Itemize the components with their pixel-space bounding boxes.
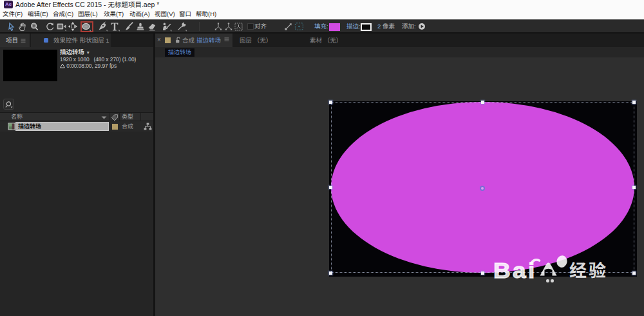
stroke-color-swatch[interactable]: [361, 23, 372, 31]
flowchart-icon: [144, 123, 152, 130]
stroke-width-value[interactable]: 2: [377, 21, 381, 32]
after-effects-window: Ae Adobe After Effects CC 2015 - 无标题项目.a…: [0, 0, 644, 316]
menu-view[interactable]: 视图(V): [155, 9, 175, 19]
menu-layer[interactable]: 图层(L): [78, 9, 98, 19]
watermark-dot-1: [546, 279, 549, 282]
eraser-tool-icon[interactable]: [145, 21, 159, 32]
project-panel-tabbar: 项目 效果控件 形状图层 1: [0, 34, 153, 47]
comp-meta-timing: 0:00:08:00, 29.97 fps: [60, 63, 136, 69]
composition-panel: × 合成 描边转场 图层 （无） 素材 （无） 描边转场: [155, 34, 644, 316]
search-icon: [5, 101, 14, 109]
snap-checkbox[interactable]: [247, 23, 254, 30]
ellipse-tool-icon[interactable]: [79, 21, 93, 32]
effect-controls-icon: [44, 38, 48, 43]
text-tool-icon[interactable]: [108, 21, 122, 32]
menu-effect[interactable]: 效果(T): [104, 9, 124, 19]
view-axis-mode-icon[interactable]: [231, 21, 245, 32]
tab-effect-controls-label: 效果控件 形状图层 1: [53, 34, 109, 47]
menu-file[interactable]: 文件(F): [3, 9, 23, 19]
column-divider: [140, 113, 141, 121]
main-area: 项目 效果控件 形状图层 1 描边转场 ▼ 1920 x 1080 (480 x…: [0, 32, 644, 316]
watermark-dot-2: [551, 279, 554, 282]
composition-viewer[interactable]: Bai 经验: [155, 57, 644, 316]
handle-mid-right[interactable]: [632, 186, 636, 189]
project-info: 描边转场 ▼ 1920 x 1080 (480 x 270) (1.00) 0:…: [0, 47, 153, 97]
comp-label-chip: [165, 37, 171, 43]
tab-project[interactable]: 项目: [0, 34, 30, 47]
breadcrumb[interactable]: 描边转场: [165, 48, 194, 57]
item-name-edit-field[interactable]: 描边转场: [15, 122, 109, 131]
handle-bottom-center[interactable]: [481, 272, 484, 275]
menu-window[interactable]: 窗口: [179, 9, 191, 19]
close-tab-icon[interactable]: ×: [157, 34, 161, 46]
search-field[interactable]: [3, 99, 14, 110]
tab-composition[interactable]: × 合成 描边转场: [155, 34, 232, 47]
tab-composition-prefix: 合成: [182, 34, 194, 47]
add-menu-icon[interactable]: [415, 21, 429, 32]
table-row[interactable]: 描边转场 合成: [0, 121, 153, 132]
column-divider: [119, 113, 120, 121]
lock-icon[interactable]: [175, 37, 181, 43]
menu-bar: 文件(F) 编辑(E) 合成(C) 图层(L) 效果(T) 动画(A) 视图(V…: [0, 9, 644, 19]
project-panel-empty: [0, 132, 153, 316]
handle-top-right[interactable]: [632, 101, 636, 104]
tab-layer[interactable]: 图层 （无）: [240, 34, 272, 47]
tab-footage[interactable]: 素材 （无）: [310, 34, 342, 47]
stroke-width-unit: 像素: [383, 21, 395, 32]
app-icon: Ae: [4, 1, 13, 8]
snap-label[interactable]: 对齐: [254, 21, 267, 32]
snap-mask-icon[interactable]: [292, 21, 306, 32]
menu-help[interactable]: 帮助(H): [196, 9, 216, 19]
project-panel-menu-icon[interactable]: [21, 39, 26, 43]
item-label-chip[interactable]: [112, 124, 118, 130]
window-title: Adobe After Effects CC 2015 - 无标题项目.aep …: [15, 0, 159, 9]
comp-meta-dropdown-icon[interactable]: ▼: [86, 50, 90, 55]
composition-item-icon: [8, 123, 15, 130]
tab-composition-name: 描边转场: [196, 34, 221, 47]
comp-panel-menu-icon[interactable]: [224, 37, 229, 42]
zoom-tool-icon[interactable]: [27, 21, 41, 32]
comp-meta-name-text: 描边转场: [60, 48, 84, 55]
menu-composition[interactable]: 合成(C): [53, 9, 73, 19]
toolbar-separator: [199, 22, 200, 31]
project-table-header: 名称 类型: [0, 112, 153, 121]
handle-top-center[interactable]: [481, 101, 484, 104]
comp-meta-name: 描边转场 ▼: [60, 48, 136, 56]
title-bar: Ae Adobe After Effects CC 2015 - 无标题项目.a…: [0, 0, 644, 9]
tab-effect-controls[interactable]: 效果控件 形状图层 1: [31, 34, 111, 47]
item-type: 合成: [122, 121, 133, 132]
column-name[interactable]: 名称: [11, 113, 23, 121]
composition-panel-tabbar: × 合成 描边转场 图层 （无） 素材 （无）: [155, 34, 644, 47]
label-column-icon[interactable]: [111, 114, 118, 121]
column-divider: [109, 113, 109, 121]
tool-bar: 对齐 填充: 描边: 2 像素 添加:: [0, 19, 644, 32]
handle-mid-left[interactable]: [329, 186, 332, 189]
anchor-point-icon[interactable]: [480, 186, 485, 191]
tab-project-label: 项目: [6, 34, 18, 47]
roto-brush-tool-icon[interactable]: [159, 21, 173, 32]
menu-edit[interactable]: 编辑(E): [28, 9, 48, 19]
composition-thumbnail: [3, 50, 57, 81]
composition-navigator: 描边转场: [155, 47, 644, 57]
handle-top-left[interactable]: [329, 101, 332, 104]
fill-label[interactable]: 填充:: [314, 21, 328, 32]
sort-arrow-icon[interactable]: [101, 116, 107, 119]
column-type[interactable]: 类型: [122, 113, 133, 121]
project-panel: 项目 效果控件 形状图层 1 描边转场 ▼ 1920 x 1080 (480 x…: [0, 34, 153, 316]
fill-color-swatch[interactable]: [329, 23, 340, 31]
add-label[interactable]: 添加:: [402, 21, 416, 32]
handle-bottom-left[interactable]: [329, 272, 332, 275]
duration-triangle-icon: [60, 63, 65, 68]
stroke-label[interactable]: 描边:: [346, 21, 361, 32]
comp-meta-timing-text: 0:00:08:00, 29.97 fps: [66, 63, 117, 69]
menu-animation[interactable]: 动画(A): [129, 9, 150, 19]
comp-meta-details: 1920 x 1080 (480 x 270) (1.00): [60, 56, 136, 63]
pan-behind-tool-icon[interactable]: [66, 21, 80, 32]
handle-bottom-right[interactable]: [632, 272, 636, 275]
puppet-pin-tool-icon[interactable]: [175, 21, 189, 32]
